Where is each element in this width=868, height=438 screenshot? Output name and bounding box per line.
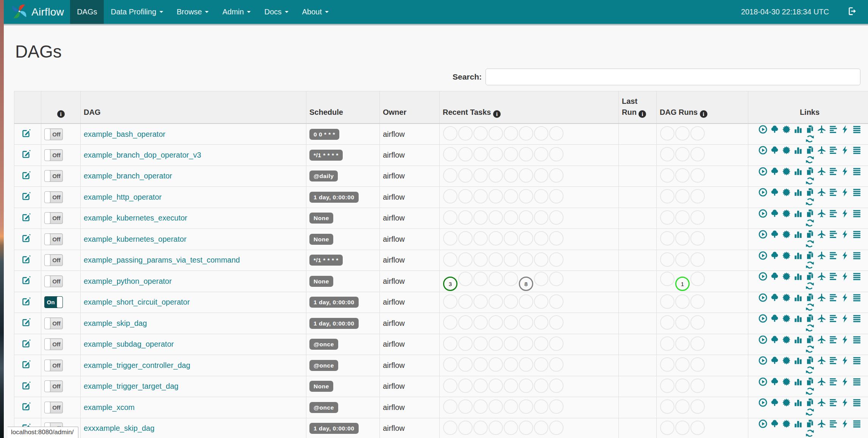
task-state-circle[interactable] [489, 272, 503, 286]
task-state-circle[interactable] [504, 210, 518, 225]
task-state-circle[interactable] [549, 272, 564, 286]
edit-dag-button[interactable] [21, 128, 31, 138]
dag-link[interactable]: example_branch_operator [84, 172, 172, 180]
task-state-circle[interactable] [519, 379, 533, 393]
task-state-circle[interactable] [443, 252, 457, 267]
code-view-icon[interactable] [840, 356, 850, 365]
dag-pause-toggle[interactable]: Off [44, 233, 63, 245]
task-state-circle[interactable] [443, 357, 457, 372]
gantt-view-icon[interactable] [829, 125, 838, 134]
graph-view-icon[interactable] [782, 125, 791, 134]
code-view-icon[interactable] [840, 251, 850, 260]
code-view-icon[interactable] [840, 145, 850, 155]
code-view-icon[interactable] [840, 230, 850, 239]
task-state-circle[interactable] [504, 147, 518, 161]
dag-run-circle[interactable] [660, 399, 674, 414]
dag-link[interactable]: exxxample_skip_dag [84, 424, 155, 432]
dag-run-circle[interactable] [660, 147, 674, 161]
dag-link[interactable]: example_trigger_controller_dag [84, 361, 190, 369]
tree-view-icon[interactable] [770, 356, 779, 365]
graph-view-icon[interactable] [782, 145, 791, 155]
nav-item-docs[interactable]: Docs [258, 0, 295, 24]
task-duration-icon[interactable] [793, 272, 803, 281]
refresh-dag-icon[interactable] [805, 386, 815, 396]
code-view-icon[interactable] [840, 167, 850, 176]
dag-run-circle[interactable] [675, 210, 690, 225]
task-state-circle[interactable] [534, 126, 548, 141]
dag-link[interactable]: example_subdag_operator [84, 340, 174, 348]
task-state-circle[interactable] [519, 399, 533, 414]
dag-run-circle[interactable] [675, 231, 690, 246]
task-state-circle[interactable] [443, 379, 457, 393]
gantt-view-icon[interactable] [829, 251, 838, 260]
task-state-circle[interactable] [458, 336, 473, 351]
graph-view-icon[interactable] [782, 188, 791, 197]
dag-run-circle[interactable] [690, 357, 705, 372]
task-duration-icon[interactable] [793, 398, 803, 407]
task-tries-icon[interactable] [805, 251, 815, 260]
task-state-circle[interactable] [549, 189, 564, 203]
dag-run-circle[interactable] [675, 126, 690, 141]
gantt-view-icon[interactable] [829, 145, 838, 155]
landing-times-icon[interactable] [817, 419, 826, 429]
refresh-dag-icon[interactable] [805, 176, 815, 186]
dag-run-circle[interactable] [675, 294, 690, 309]
task-state-circle[interactable] [549, 399, 564, 414]
logs-icon[interactable] [852, 335, 862, 344]
task-state-circle[interactable] [489, 315, 503, 330]
edit-dag-button[interactable] [21, 233, 31, 243]
graph-view-icon[interactable] [782, 251, 791, 260]
logs-icon[interactable] [852, 293, 862, 302]
graph-view-icon[interactable] [782, 209, 791, 218]
task-state-circle[interactable] [443, 168, 457, 183]
trigger-dag-icon[interactable] [758, 251, 768, 260]
gantt-view-icon[interactable] [829, 398, 838, 407]
task-state-circle[interactable] [489, 126, 503, 141]
task-tries-icon[interactable] [805, 314, 815, 323]
landing-times-icon[interactable] [817, 167, 826, 176]
task-state-circle[interactable] [489, 168, 503, 183]
landing-times-icon[interactable] [817, 125, 826, 134]
task-duration-icon[interactable] [793, 356, 803, 365]
task-state-circle[interactable] [519, 336, 533, 351]
task-duration-icon[interactable] [793, 230, 803, 239]
trigger-dag-icon[interactable] [758, 230, 768, 239]
dag-run-circle[interactable] [660, 294, 674, 309]
task-state-circle[interactable] [534, 315, 548, 330]
trigger-dag-icon[interactable] [758, 125, 768, 134]
dag-pause-toggle[interactable]: Off [44, 254, 63, 266]
logs-icon[interactable] [852, 419, 862, 429]
dag-run-circle[interactable] [690, 231, 705, 246]
task-state-circle[interactable] [458, 357, 473, 372]
dag-link[interactable]: example_http_operator [84, 193, 162, 201]
task-state-circle[interactable] [549, 126, 564, 141]
code-view-icon[interactable] [840, 314, 850, 323]
task-state-circle[interactable] [549, 315, 564, 330]
gantt-view-icon[interactable] [829, 293, 838, 302]
dag-run-circle[interactable]: 1 [675, 277, 690, 291]
task-state-circle[interactable] [504, 336, 518, 351]
landing-times-icon[interactable] [817, 377, 826, 386]
refresh-dag-icon[interactable] [805, 302, 815, 312]
edit-dag-button[interactable] [21, 275, 31, 285]
refresh-dag-icon[interactable] [805, 239, 815, 249]
landing-times-icon[interactable] [817, 188, 826, 197]
nav-item-browse[interactable]: Browse [170, 0, 216, 24]
tree-view-icon[interactable] [770, 167, 779, 176]
edit-dag-button[interactable] [21, 213, 31, 222]
task-state-circle[interactable] [504, 315, 518, 330]
task-state-circle[interactable] [549, 168, 564, 183]
task-state-circle[interactable] [519, 357, 533, 372]
task-state-circle[interactable] [489, 210, 503, 225]
landing-times-icon[interactable] [817, 293, 826, 302]
task-state-circle[interactable] [519, 252, 533, 267]
task-duration-icon[interactable] [793, 377, 803, 386]
task-state-circle[interactable] [489, 421, 503, 435]
dag-pause-toggle[interactable]: On [44, 296, 63, 308]
tree-view-icon[interactable] [770, 230, 779, 239]
task-state-circle[interactable] [443, 210, 457, 225]
landing-times-icon[interactable] [817, 251, 826, 260]
task-state-circle[interactable] [504, 379, 518, 393]
tree-view-icon[interactable] [770, 293, 779, 302]
dag-pause-toggle[interactable]: Off [44, 149, 63, 161]
